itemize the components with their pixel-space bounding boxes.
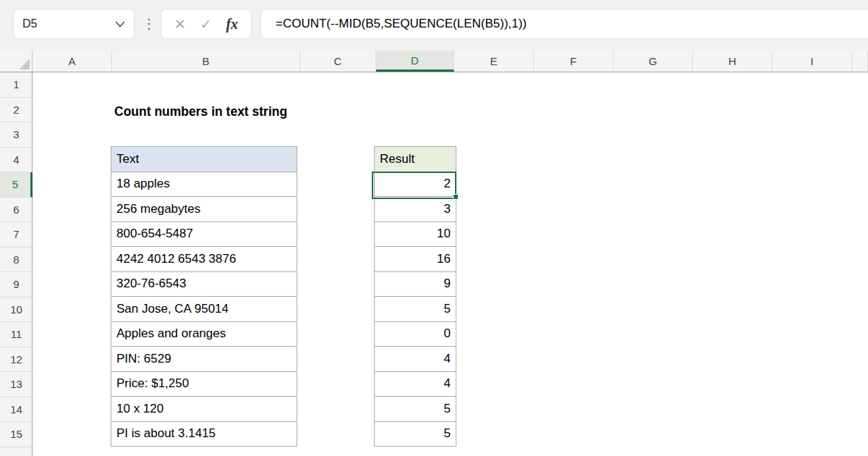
column-header-B[interactable]: B	[112, 51, 300, 72]
row-header-12[interactable]: 12	[0, 347, 33, 373]
result-cell-d13[interactable]: 4	[374, 371, 456, 397]
text-cell-b15[interactable]: PI is about 3.1415	[111, 421, 297, 447]
column-header-C[interactable]: C	[300, 51, 376, 72]
text-cell-b8[interactable]: 4242 4012 6543 3876	[111, 246, 297, 272]
vertical-ellipsis-icon[interactable]: ⋮	[143, 9, 155, 39]
row-header-9[interactable]: 9	[0, 272, 33, 297]
result-cell-d9[interactable]: 9	[374, 271, 456, 297]
chevron-down-icon[interactable]	[115, 21, 125, 28]
row-header-15[interactable]: 15	[0, 422, 33, 447]
column-header-H[interactable]: H	[693, 51, 773, 72]
result-cell-d6[interactable]: 3	[374, 196, 456, 222]
formula-bar-area: D5 ⋮ ✕ ✓ fx =COUNT(--MID(B5,SEQUENCE(LEN…	[0, 0, 868, 51]
result-cell-d10[interactable]: 5	[374, 296, 456, 322]
row-header-14[interactable]: 14	[0, 397, 33, 423]
column-header-F[interactable]: F	[534, 51, 613, 72]
text-cell-b6[interactable]: 256 megabytes	[111, 196, 297, 222]
result-cell-d7[interactable]: 10	[374, 221, 456, 248]
row-header-13[interactable]: 13	[0, 372, 33, 397]
column-header-E[interactable]: E	[454, 51, 534, 72]
text-cell-b11[interactable]: Apples and oranges	[111, 321, 297, 347]
row-header-3[interactable]: 3	[0, 122, 33, 148]
result-header-cell[interactable]: Result	[374, 146, 456, 172]
text-column: Text18 apples256 megabytes800-654-548742…	[111, 147, 297, 447]
result-cell-d12[interactable]: 4	[374, 346, 456, 372]
column-header-G[interactable]: G	[613, 51, 693, 72]
row-header-8[interactable]: 8	[0, 248, 33, 273]
row-header-5[interactable]: 5	[0, 172, 33, 198]
excel-window: D5 ⋮ ✕ ✓ fx =COUNT(--MID(B5,SEQUENCE(LEN…	[0, 0, 868, 456]
row-headers: 12345678910111213141516	[0, 72, 33, 456]
row-header-4[interactable]: 4	[0, 148, 33, 173]
column-header-I[interactable]: I	[773, 51, 852, 72]
row-header-16[interactable]: 16	[0, 447, 33, 456]
text-cell-b5[interactable]: 18 apples	[111, 172, 297, 198]
insert-function-icon[interactable]: fx	[226, 16, 238, 33]
name-box[interactable]: D5	[13, 9, 135, 39]
column-headers: ABCDEFGHI	[0, 51, 868, 72]
cancel-icon[interactable]: ✕	[174, 16, 186, 33]
row-header-1[interactable]: 1	[0, 72, 33, 98]
result-cell-d11[interactable]: 0	[374, 321, 456, 347]
selected-cell-border[interactable]	[372, 172, 456, 199]
enter-icon[interactable]: ✓	[200, 16, 212, 33]
row-header-2[interactable]: 2	[0, 98, 33, 123]
text-header-cell[interactable]: Text	[111, 146, 297, 172]
result-cell-d8[interactable]: 16	[374, 246, 456, 272]
formula-input[interactable]: =COUNT(--MID(B5,SEQUENCE(LEN(B5)),1))	[260, 9, 868, 39]
text-cell-b7[interactable]: 800-654-5487	[111, 221, 297, 248]
column-header-A[interactable]: A	[33, 51, 112, 72]
formula-buttons: ✕ ✓ fx	[161, 9, 252, 39]
select-all-triangle-icon	[19, 59, 30, 69]
formula-text: =COUNT(--MID(B5,SEQUENCE(LEN(B5)),1))	[276, 17, 527, 31]
row-header-10[interactable]: 10	[0, 297, 33, 323]
text-cell-b14[interactable]: 10 x 120	[111, 396, 297, 422]
fill-handle[interactable]	[453, 194, 459, 200]
text-cell-b9[interactable]: 320-76-6543	[111, 271, 297, 297]
text-cell-b10[interactable]: San Jose, CA 95014	[111, 296, 297, 322]
result-cell-d14[interactable]: 5	[374, 396, 456, 422]
sheet-title: Count numbers in text string	[114, 99, 287, 124]
row-header-11[interactable]: 11	[0, 322, 33, 347]
result-cell-d15[interactable]: 5	[374, 421, 456, 447]
row-header-7[interactable]: 7	[0, 222, 33, 248]
name-box-value: D5	[22, 17, 37, 30]
text-cell-b12[interactable]: PIN: 6529	[111, 346, 297, 372]
column-header-partial[interactable]	[852, 51, 868, 72]
row-header-6[interactable]: 6	[0, 198, 33, 223]
column-header-D[interactable]: D	[376, 51, 454, 72]
select-all-corner[interactable]	[0, 51, 33, 72]
text-cell-b13[interactable]: Price: $1,250	[111, 371, 297, 397]
